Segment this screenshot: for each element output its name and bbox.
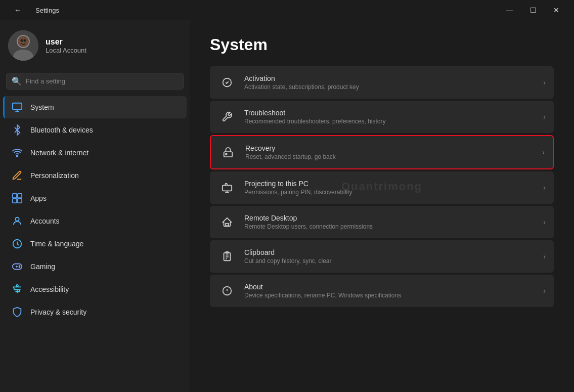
sidebar-label-privacy: Privacy & security [30, 308, 86, 316]
settings-text-recovery: Recovery Reset, advanced startup, go bac… [245, 144, 534, 160]
title-bar-controls: — ☐ ✕ [498, 2, 568, 18]
svg-point-25 [226, 153, 227, 155]
settings-desc-remote-desktop: Remote Desktop users, connection permiss… [244, 223, 535, 230]
settings-desc-projecting: Permissions, pairing PIN, discoverabilit… [244, 189, 535, 196]
settings-item-about[interactable]: About Device specifications, rename PC, … [210, 275, 554, 307]
settings-desc-about: Device specifications, rename PC, Window… [244, 292, 535, 299]
settings-item-remote-desktop[interactable]: Remote Desktop Remote Desktop users, con… [210, 206, 554, 238]
search-icon: 🔍 [12, 76, 22, 86]
settings-desc-recovery: Reset, advanced startup, go back [245, 153, 534, 160]
chevron-right-icon: › [543, 78, 546, 86]
chevron-right-icon: › [543, 218, 546, 226]
user-name: user [46, 37, 86, 47]
sidebar-item-network[interactable]: Network & internet [3, 142, 187, 164]
sidebar: user Local Account 🔍 System Bluetooth & … [0, 20, 190, 392]
svg-point-5 [24, 39, 26, 42]
svg-point-21 [16, 285, 18, 287]
settings-item-troubleshoot[interactable]: Troubleshoot Recommended troubleshooters… [210, 101, 554, 133]
apps-icon [11, 192, 23, 204]
settings-text-clipboard: Clipboard Cut and copy history, sync, cl… [244, 248, 535, 265]
settings-list: Activation Activation state, subscriptio… [210, 66, 554, 307]
sidebar-label-accessibility: Accessibility [30, 285, 69, 293]
svg-point-20 [19, 267, 20, 268]
settings-item-projecting[interactable]: Projecting to this PC Permissions, pairi… [210, 171, 554, 204]
app-title: Settings [35, 7, 59, 14]
sidebar-item-privacy[interactable]: Privacy & security [3, 301, 187, 323]
settings-label-projecting: Projecting to this PC [244, 180, 535, 188]
settings-text-remote-desktop: Remote Desktop Remote Desktop users, con… [244, 214, 535, 230]
maximize-button[interactable]: ☐ [521, 2, 545, 18]
settings-label-recovery: Recovery [245, 144, 534, 152]
sidebar-item-personalization[interactable]: Personalization [3, 164, 187, 187]
page-title: System [210, 35, 554, 54]
svg-rect-10 [13, 194, 17, 198]
settings-label-remote-desktop: Remote Desktop [244, 214, 535, 222]
system-icon [11, 101, 23, 113]
sidebar-item-accessibility[interactable]: Accessibility [3, 278, 187, 300]
sidebar-item-gaming[interactable]: Gaming [3, 255, 187, 278]
chevron-right-icon: › [543, 113, 546, 121]
title-bar-left: ← Settings [6, 2, 59, 18]
sidebar-item-apps[interactable]: Apps [3, 187, 187, 209]
chevron-right-icon: › [543, 184, 546, 192]
remote-desktop-icon [218, 213, 236, 231]
back-button[interactable]: ← [6, 2, 29, 18]
minimize-button[interactable]: — [498, 2, 521, 18]
svg-rect-6 [13, 103, 22, 110]
settings-label-clipboard: Clipboard [244, 248, 535, 256]
chevron-right-icon: › [543, 252, 546, 260]
sidebar-label-bluetooth: Bluetooth & devices [30, 126, 93, 134]
troubleshoot-icon [218, 108, 236, 126]
svg-rect-13 [18, 199, 22, 203]
settings-item-activation[interactable]: Activation Activation state, subscriptio… [210, 66, 554, 99]
settings-desc-activation: Activation state, subscriptions, product… [244, 83, 535, 91]
svg-point-9 [17, 155, 18, 157]
settings-desc-clipboard: Cut and copy history, sync, clear [244, 257, 535, 265]
clipboard-icon [218, 247, 236, 266]
sidebar-label-apps: Apps [30, 194, 47, 202]
nav-list: System Bluetooth & devices Network & int… [0, 96, 190, 324]
personalization-icon [11, 169, 23, 182]
time-language-icon [11, 238, 23, 250]
user-account-type: Local Account [46, 47, 86, 54]
svg-rect-12 [13, 199, 17, 203]
svg-point-3 [18, 36, 29, 47]
settings-text-about: About Device specifications, rename PC, … [244, 283, 535, 299]
projecting-icon [218, 179, 236, 197]
accessibility-icon [11, 283, 23, 295]
avatar [8, 30, 38, 61]
title-bar: ← Settings — ☐ ✕ [0, 0, 574, 20]
sidebar-label-gaming: Gaming [30, 263, 55, 271]
network-icon [11, 147, 23, 159]
search-input[interactable] [26, 77, 178, 85]
settings-text-activation: Activation Activation state, subscriptio… [244, 74, 535, 91]
settings-item-recovery[interactable]: Recovery Reset, advanced startup, go bac… [210, 135, 554, 169]
sidebar-item-bluetooth[interactable]: Bluetooth & devices [3, 119, 187, 141]
user-section[interactable]: user Local Account [0, 20, 190, 71]
settings-item-clipboard[interactable]: Clipboard Cut and copy history, sync, cl… [210, 240, 554, 273]
settings-desc-troubleshoot: Recommended troubleshooters, preferences… [244, 118, 535, 125]
privacy-icon [11, 306, 23, 318]
sidebar-label-personalization: Personalization [30, 171, 79, 180]
settings-label-activation: Activation [244, 74, 535, 82]
activation-icon [218, 73, 236, 92]
sidebar-label-network: Network & internet [30, 149, 89, 157]
svg-rect-29 [226, 224, 229, 226]
close-button[interactable]: ✕ [545, 2, 568, 18]
app-body: user Local Account 🔍 System Bluetooth & … [0, 20, 574, 392]
settings-text-projecting: Projecting to this PC Permissions, pairi… [244, 180, 535, 196]
main-content: System Activation Activation state, subs… [190, 20, 574, 392]
sidebar-label-system: System [30, 103, 54, 111]
svg-point-4 [21, 39, 23, 42]
sidebar-item-system[interactable]: System [3, 96, 187, 118]
recovery-icon [219, 143, 237, 161]
accounts-icon [11, 215, 23, 227]
gaming-icon [11, 260, 23, 273]
sidebar-label-time-language: Time & language [30, 240, 83, 248]
sidebar-item-accounts[interactable]: Accounts [3, 210, 187, 232]
svg-point-14 [15, 217, 19, 221]
settings-label-about: About [244, 283, 535, 291]
sidebar-item-time-language[interactable]: Time & language [3, 233, 187, 255]
sidebar-label-accounts: Accounts [30, 217, 60, 225]
search-box[interactable]: 🔍 [6, 73, 184, 90]
